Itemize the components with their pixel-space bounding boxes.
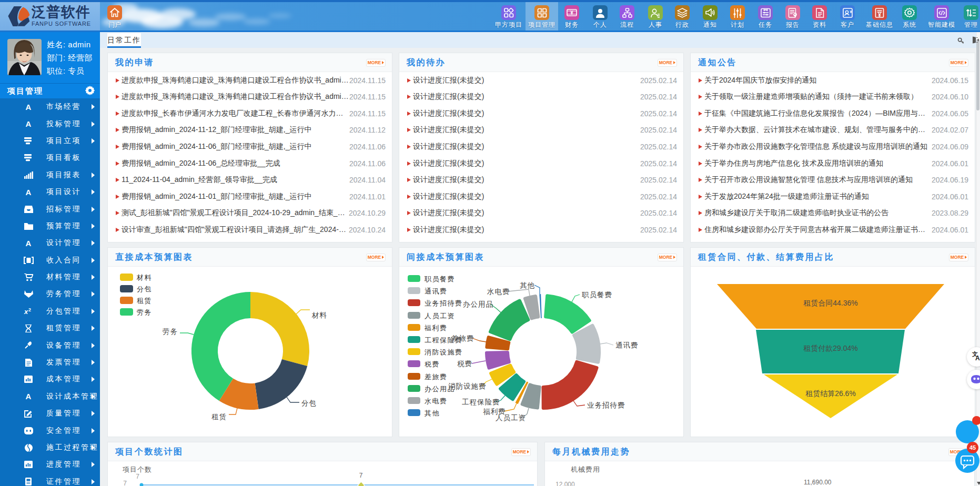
svg-text:¥: ¥ — [850, 10, 852, 14]
svg-text:2: 2 — [28, 307, 31, 312]
svg-text:机械费用: 机械费用 — [571, 465, 600, 473]
svg-text:办公用品: 办公用品 — [463, 300, 493, 308]
svg-text:11,690.00: 11,690.00 — [804, 479, 832, 486]
svg-text:FANPU SOFTWARE: FANPU SOFTWARE — [32, 21, 91, 27]
svg-text:福利费: 福利费 — [483, 408, 506, 416]
svg-text:工程保险费: 工程保险费 — [462, 398, 500, 406]
svg-text:12,000: 12,000 — [555, 481, 575, 486]
svg-text:7: 7 — [136, 473, 139, 480]
svg-text:税费: 税费 — [457, 360, 472, 368]
svg-text:租赁合同44.36%: 租赁合同44.36% — [803, 299, 857, 307]
svg-text:消防设施费: 消防设施费 — [448, 382, 487, 390]
svg-text:7: 7 — [359, 472, 363, 479]
svg-text:泛普软件: 泛普软件 — [31, 4, 90, 20]
svg-text:¥: ¥ — [570, 10, 573, 16]
svg-text:通讯费: 通讯费 — [615, 341, 639, 349]
svg-text:A: A — [26, 103, 32, 111]
svg-text:A: A — [26, 239, 32, 247]
svg-text:A: A — [26, 188, 32, 196]
svg-text:分包: 分包 — [301, 399, 317, 407]
svg-text:差旅费: 差旅费 — [451, 335, 474, 342]
svg-text:x: x — [24, 308, 28, 315]
svg-text:其他: 其他 — [520, 281, 535, 289]
svg-text:¥: ¥ — [878, 12, 881, 17]
svg-text:劳务: 劳务 — [163, 328, 178, 336]
svg-text:A: A — [975, 355, 980, 362]
svg-text:水电费: 水电费 — [487, 288, 510, 296]
svg-text:A: A — [26, 120, 32, 128]
svg-text:业务招待费: 业务招待费 — [587, 401, 625, 409]
svg-text:租赁: 租赁 — [211, 413, 227, 421]
svg-text:职员餐费: 职员餐费 — [582, 291, 612, 299]
svg-text:租赁付款29.04%: 租赁付款29.04% — [803, 344, 857, 352]
svg-text:项目个数: 项目个数 — [123, 465, 152, 473]
svg-text:A: A — [26, 392, 32, 400]
svg-text:材料: 材料 — [311, 311, 327, 319]
svg-text:7: 7 — [123, 480, 127, 486]
svg-text:租赁结算26.6%: 租赁结算26.6% — [805, 389, 856, 398]
